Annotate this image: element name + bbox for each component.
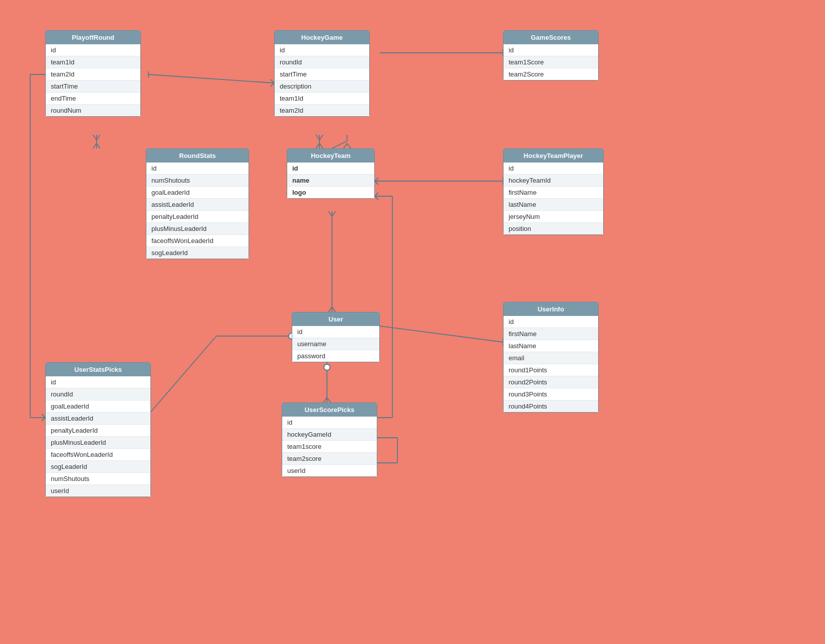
field-hockeygame-starttime: startTime bbox=[275, 68, 369, 80]
field-userinfo-firstname: firstName bbox=[504, 328, 598, 340]
field-hockeyteam-name: name bbox=[287, 175, 374, 187]
field-htp-hockeyteamid: hockeyTeamId bbox=[504, 175, 603, 187]
field-roundstats-penaltyleaderid: penaltyLeaderId bbox=[146, 211, 249, 223]
entity-header-user: User bbox=[292, 312, 379, 326]
field-hockeygame-team1id: team1Id bbox=[275, 93, 369, 105]
field-usp-roundid: roundId bbox=[46, 388, 150, 400]
field-playoffround-endtime: endTime bbox=[46, 93, 140, 105]
entity-hockeyteam: HockeyTeam id name logo bbox=[287, 148, 375, 199]
svg-point-45 bbox=[324, 364, 330, 370]
entity-header-hockeyteamplayer: HockeyTeamPlayer bbox=[504, 149, 603, 163]
field-usp-faceoffswonleaderid: faceoffsWonLeaderId bbox=[46, 449, 150, 461]
field-userinfo-round3points: round3Points bbox=[504, 388, 598, 400]
field-userinfo-lastname: lastName bbox=[504, 340, 598, 352]
erd-diagram: PlayoffRound id team1Id team2Id startTim… bbox=[0, 0, 825, 644]
field-uscp-team1score: team1score bbox=[282, 441, 377, 453]
field-userinfo-id: id bbox=[504, 316, 598, 328]
svg-line-0 bbox=[148, 74, 274, 83]
entity-header-playoffround: PlayoffRound bbox=[46, 31, 140, 44]
field-htp-firstname: firstName bbox=[504, 187, 603, 199]
svg-line-1 bbox=[271, 79, 274, 83]
svg-line-46 bbox=[323, 397, 327, 403]
svg-line-29 bbox=[332, 307, 336, 312]
entity-playoffround: PlayoffRound id team1Id team2Id startTim… bbox=[45, 30, 141, 117]
field-userinfo-round1points: round1Points bbox=[504, 364, 598, 376]
entity-header-userscorepicks: UserScorePicks bbox=[282, 403, 377, 417]
svg-line-13 bbox=[316, 143, 319, 148]
field-htp-lastname: lastName bbox=[504, 199, 603, 211]
svg-line-63 bbox=[42, 418, 45, 421]
svg-line-11 bbox=[97, 135, 100, 140]
field-roundstats-plusminusleaderid: plusMinusLeaderId bbox=[146, 223, 249, 235]
field-user-username: username bbox=[292, 338, 379, 350]
entity-roundstats: RoundStats id numShutouts goalLeaderId a… bbox=[146, 148, 249, 259]
field-gamescores-team1score: team1Score bbox=[504, 56, 598, 68]
svg-line-8 bbox=[93, 143, 97, 148]
field-usp-goalleaderid: goalLeaderId bbox=[46, 400, 150, 413]
svg-line-28 bbox=[328, 307, 332, 312]
svg-line-2 bbox=[271, 83, 274, 87]
field-hockeyteam-id: id bbox=[287, 163, 374, 175]
field-htp-position: position bbox=[504, 223, 603, 234]
field-htp-id: id bbox=[504, 163, 603, 175]
entity-header-userinfo: UserInfo bbox=[504, 302, 598, 316]
field-hockeygame-roundid: roundId bbox=[275, 56, 369, 68]
field-roundstats-assistleaderid: assistLeaderId bbox=[146, 199, 249, 211]
entity-header-userstatspicks: UserStatsPicks bbox=[46, 363, 150, 376]
entity-header-hockeygame: HockeyGame bbox=[275, 31, 369, 44]
field-playoffround-roundnum: roundNum bbox=[46, 105, 140, 116]
svg-line-62 bbox=[42, 414, 45, 418]
field-htp-jerseynum: jerseyNum bbox=[504, 211, 603, 223]
svg-line-10 bbox=[93, 135, 97, 140]
field-userinfo-email: email bbox=[504, 352, 598, 364]
entity-hockeygame: HockeyGame id roundId startTime descript… bbox=[274, 30, 370, 117]
entity-userscorepicks: UserScorePicks id hockeyGameId team1scor… bbox=[282, 403, 377, 477]
field-uscp-hockeygameid: hockeyGameId bbox=[282, 429, 377, 441]
field-hockeygame-description: description bbox=[275, 80, 369, 93]
field-uscp-team2score: team2score bbox=[282, 453, 377, 465]
field-uscp-userid: userId bbox=[282, 465, 377, 476]
entity-header-hockeyteam: HockeyTeam bbox=[287, 149, 374, 163]
field-roundstats-faceoffswonleaderid: faceoffsWonLeaderId bbox=[146, 235, 249, 247]
svg-line-52 bbox=[375, 196, 378, 200]
svg-line-20 bbox=[347, 143, 351, 148]
field-roundstats-sogleaderid: sogLeaderId bbox=[146, 247, 249, 259]
entity-userinfo: UserInfo id firstName lastName email rou… bbox=[503, 302, 599, 413]
field-usp-numshutouts: numShutouts bbox=[46, 473, 150, 485]
svg-line-16 bbox=[319, 135, 323, 140]
field-roundstats-numshutouts: numShutouts bbox=[146, 175, 249, 187]
field-hockeyteam-logo: logo bbox=[287, 187, 374, 198]
field-usp-plusminusleaderid: plusMinusLeaderId bbox=[46, 437, 150, 449]
svg-line-14 bbox=[319, 143, 323, 148]
svg-line-15 bbox=[316, 135, 319, 140]
field-gamescores-team2score: team2Score bbox=[504, 68, 598, 80]
field-playoffround-team2id: team2Id bbox=[46, 68, 140, 80]
entity-user: User id username password bbox=[292, 312, 380, 362]
entity-userstatspicks: UserStatsPicks id roundId goalLeaderId a… bbox=[45, 362, 151, 497]
svg-line-38 bbox=[380, 326, 503, 342]
entity-header-roundstats: RoundStats bbox=[146, 149, 249, 163]
svg-line-18 bbox=[332, 141, 347, 148]
svg-line-25 bbox=[375, 181, 378, 185]
svg-line-33 bbox=[146, 336, 216, 418]
field-playoffround-starttime: startTime bbox=[46, 80, 140, 93]
field-usp-id: id bbox=[46, 376, 150, 388]
field-usp-penaltyleaderid: penaltyLeaderId bbox=[46, 425, 150, 437]
entity-header-gamescores: GameScores bbox=[504, 31, 598, 44]
field-playoffround-team1id: team1Id bbox=[46, 56, 140, 68]
field-roundstats-id: id bbox=[146, 163, 249, 175]
entity-gamescores: GameScores id team1Score team2Score bbox=[503, 30, 599, 80]
svg-line-24 bbox=[375, 178, 378, 181]
entity-hockeyteamplayer: HockeyTeamPlayer id hockeyTeamId firstNa… bbox=[503, 148, 604, 235]
field-hockeygame-id: id bbox=[275, 44, 369, 56]
field-userinfo-round2points: round2Points bbox=[504, 376, 598, 388]
svg-line-51 bbox=[375, 193, 378, 196]
svg-line-9 bbox=[97, 143, 100, 148]
svg-line-31 bbox=[332, 211, 336, 216]
field-uscp-id: id bbox=[282, 417, 377, 429]
svg-line-19 bbox=[344, 143, 347, 148]
field-playoffround-id: id bbox=[46, 44, 140, 56]
field-userinfo-round4points: round4Points bbox=[504, 400, 598, 412]
field-usp-sogleaderid: sogLeaderId bbox=[46, 461, 150, 473]
field-hockeygame-team2id: team2Id bbox=[275, 105, 369, 116]
